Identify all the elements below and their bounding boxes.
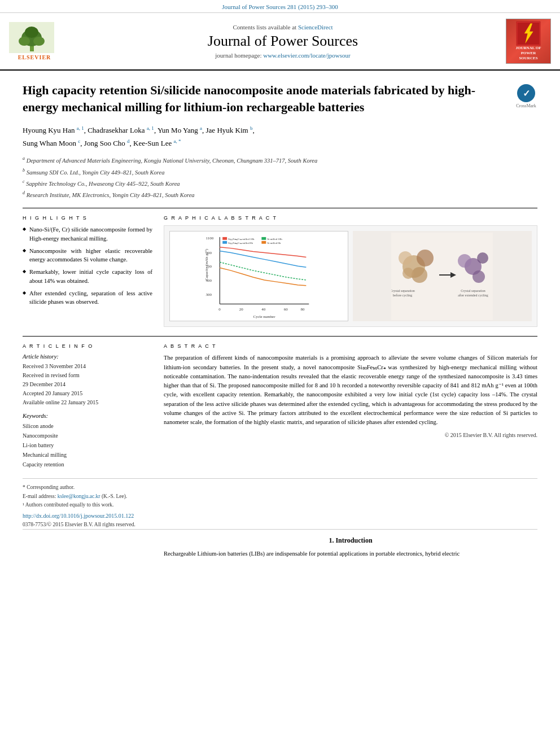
svg-point-35 <box>403 268 414 279</box>
abstract-col: A B S T R A C T The preparation of diffe… <box>164 343 537 469</box>
journal-header: ELSEVIER Contents lists available at Sci… <box>0 13 560 71</box>
doi-link[interactable]: http://dx.doi.org/10.1016/j.jpowsour.201… <box>23 512 537 521</box>
intro-section-title: 1. Introduction <box>164 536 537 545</box>
svg-rect-28 <box>262 241 266 244</box>
equal-contribution-note: ¹ Authors contributed equally to this wo… <box>23 501 537 509</box>
graphical-abstract-image: 1100 900 700 500 300 0 20 40 60 80 Cycle… <box>164 225 537 327</box>
accepted-date: Accepted 20 January 2015 <box>23 389 152 398</box>
affiliations: a Department of Advanced Materials Engin… <box>23 155 537 200</box>
svg-text:60: 60 <box>284 308 288 312</box>
contents-line: Contents lists available at ScienceDirec… <box>65 24 500 30</box>
svg-text:Crystal separation: Crystal separation <box>461 289 486 292</box>
crossmark-icon: ✓ <box>517 84 535 102</box>
article-info-col: A R T I C L E I N F O Article history: R… <box>23 343 152 469</box>
highlight-item-4: After extended cycling, separation of le… <box>23 289 152 306</box>
received-date: Received 3 November 2014 <box>23 362 152 371</box>
svg-text:Crystal separation: Crystal separation <box>391 289 415 292</box>
affiliation-b: b Samsung SDI Co. Ltd., Yongin City 449–… <box>23 167 537 177</box>
crossmark-label: CrossMark <box>516 103 536 108</box>
abstract-copyright: © 2015 Elsevier B.V. All rights reserved… <box>164 432 537 438</box>
elsevier-logo: ELSEVIER <box>9 22 60 60</box>
svg-rect-26 <box>262 237 266 240</box>
svg-text:Cycle number: Cycle number <box>253 314 276 318</box>
highlight-item-2: Nanocomposite with higher elastic recove… <box>23 247 152 264</box>
keyword-battery: Li-ion battery <box>23 440 152 450</box>
crossmark-badge: ✓ CrossMark <box>515 84 537 108</box>
corresponding-note: * Corresponding author. E-mail address: … <box>23 483 537 500</box>
affiliation-c: c Sapphire Technology Co., Hwaseong City… <box>23 178 537 189</box>
article-title: High capacity retention Si/silicide nano… <box>23 82 509 115</box>
authors-line: Hyoung Kyu Han a, 1, Chadrasekhar Loka a… <box>23 124 537 150</box>
svg-rect-22 <box>222 237 227 240</box>
keyword-silicon: Silicon anode <box>23 421 152 431</box>
journal-main-title: Journal of Power Sources <box>65 33 500 50</box>
citation-text: Journal of Power Sources 281 (2015) 293–… <box>222 3 338 10</box>
svg-text:40: 40 <box>262 308 266 312</box>
journal-logo-text: JOURNAL OFPOWERSOURCES <box>516 46 541 61</box>
svg-text:20: 20 <box>239 308 243 312</box>
svg-text:0: 0 <box>219 308 221 312</box>
svg-point-33 <box>399 251 412 265</box>
article-history: Article history: Received 3 November 201… <box>23 353 152 407</box>
history-title: Article history: <box>23 353 152 360</box>
svg-text:Si₈₀Fe₁₆Cr₄ milled 10h: Si₈₀Fe₁₆Cr₄ milled 10h <box>228 238 255 241</box>
svg-point-41 <box>473 270 485 283</box>
svg-text:80: 80 <box>301 308 305 312</box>
article-title-section: High capacity retention Si/silicide nano… <box>23 82 537 115</box>
sciencedirect-link[interactable]: ScienceDirect <box>298 24 333 30</box>
highlight-item-3: Remarkably, lower initial cycle capacity… <box>23 268 152 285</box>
highlights-list: Nano-Si/(Fe, Cr) silicide nanocomposite … <box>23 225 152 306</box>
keyword-nanocomposite: Nanocomposite <box>23 431 152 440</box>
svg-point-3 <box>33 37 45 46</box>
svg-rect-24 <box>222 241 227 244</box>
article-content: High capacity retention Si/silicide nano… <box>0 71 560 570</box>
journal-homepage: journal homepage: www.elsevier.com/locat… <box>65 52 500 59</box>
svg-point-39 <box>477 252 488 264</box>
revised-label: Received in revised form <box>23 371 152 380</box>
info-abstract-row: A R T I C L E I N F O Article history: R… <box>23 336 537 469</box>
svg-text:1100: 1100 <box>206 236 214 240</box>
graphical-abstract-heading: G R A P H I C A L A B S T R A C T <box>164 215 537 221</box>
svg-text:after extended cycling: after extended cycling <box>458 294 488 297</box>
svg-point-2 <box>19 37 30 46</box>
keywords-section: Keywords: Silicon anode Nanocomposite Li… <box>23 413 152 469</box>
intro-right-col: 1. Introduction Rechargeable Lithium-ion… <box>164 536 537 558</box>
graphical-abstract-col: G R A P H I C A L A B S T R A C T 1100 9… <box>164 215 537 327</box>
journal-title-block: Contents lists available at ScienceDirec… <box>65 24 500 59</box>
highlights-heading: H I G H L I G H T S <box>23 215 152 221</box>
journal-logo-right: JOURNAL OFPOWERSOURCES <box>506 19 551 64</box>
svg-text:300: 300 <box>206 292 212 296</box>
svg-point-34 <box>412 267 427 283</box>
intro-left-spacer <box>23 536 152 558</box>
svg-point-40 <box>458 254 471 268</box>
abstract-material-image: Crystal separation before cycling Crysta… <box>353 231 532 321</box>
svg-text:Si milled 10h: Si milled 10h <box>267 238 282 241</box>
cycle-chart: 1100 900 700 500 300 0 20 40 60 80 Cycle… <box>169 231 348 321</box>
footer-notes: * Corresponding author. E-mail address: … <box>23 478 537 529</box>
svg-text:Si₈₀Fe₁₆Cr₄ milled 8h: Si₈₀Fe₁₆Cr₄ milled 8h <box>228 242 253 244</box>
highlights-graphical-row: H I G H L I G H T S Nano-Si/(Fe, Cr) sil… <box>23 208 537 327</box>
svg-text:Capacity (mAh g⁻¹): Capacity (mAh g⁻¹) <box>204 249 209 281</box>
intro-text: Rechargeable Lithium-ion batteries (LIBs… <box>164 549 537 558</box>
journal-citation: Journal of Power Sources 281 (2015) 293–… <box>0 0 560 13</box>
revised-date: 29 December 2014 <box>23 380 152 389</box>
svg-point-32 <box>417 250 434 267</box>
abstract-heading: A B S T R A C T <box>164 343 537 349</box>
abstract-text: The preparation of different kinds of na… <box>164 353 537 427</box>
issn-note: 0378-7753/© 2015 Elsevier B.V. All right… <box>23 521 537 529</box>
article-info-heading: A R T I C L E I N F O <box>23 343 152 349</box>
keyword-retention: Capacity retention <box>23 460 152 469</box>
email-link[interactable]: kslee@kongju.ac.kr <box>58 493 100 499</box>
elsevier-tree-graphic <box>9 22 54 53</box>
keywords-title: Keywords: <box>23 413 152 419</box>
author-jong-soo-cho: Jong Soo Cho <box>84 139 125 147</box>
homepage-link[interactable]: www.elsevier.com/locate/jpowsour <box>263 52 350 59</box>
affiliation-a: a Department of Advanced Materials Engin… <box>23 155 537 165</box>
keyword-milling: Mechanical milling <box>23 450 152 460</box>
highlights-col: H I G H L I G H T S Nano-Si/(Fe, Cr) sil… <box>23 215 152 327</box>
introduction-section: 1. Introduction Rechargeable Lithium-ion… <box>23 529 537 558</box>
highlight-item-1: Nano-Si/(Fe, Cr) silicide nanocomposite … <box>23 225 152 242</box>
svg-text:before cycling: before cycling <box>393 294 412 297</box>
svg-text:Si milled 8h: Si milled 8h <box>267 242 281 244</box>
svg-point-4 <box>25 27 38 38</box>
